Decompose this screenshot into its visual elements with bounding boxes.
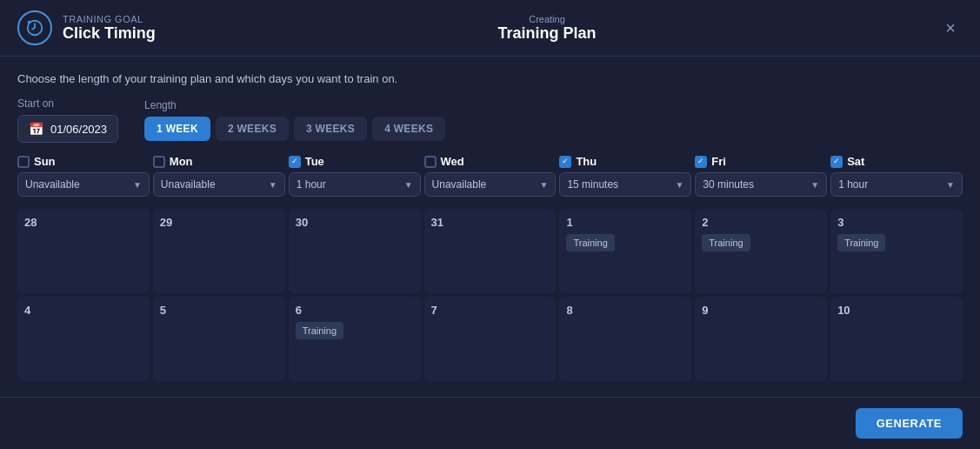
cal-date-9: 9: [702, 304, 820, 317]
header-goal-info: Training Goal Click Timing: [63, 14, 156, 43]
wed-chevron-icon: ▼: [540, 180, 549, 190]
cal-31: 31: [424, 209, 557, 293]
tue-dropdown[interactable]: 1 hour ▼: [289, 172, 421, 197]
day-wed: Wed Unavailable ▼: [424, 155, 557, 197]
fri-checkbox[interactable]: [695, 156, 707, 168]
close-button[interactable]: ×: [938, 15, 963, 42]
week-1-button[interactable]: 1 WEEK: [144, 117, 210, 141]
sat-label: Sat: [847, 155, 864, 168]
cal-30: 30: [289, 209, 421, 293]
cal-3: 3 Training: [830, 209, 963, 293]
training-badge-3: Training: [837, 234, 885, 251]
thu-checkbox[interactable]: [559, 156, 571, 168]
tue-dropdown-value: 1 hour: [297, 178, 326, 191]
plan-title: Training Plan: [497, 24, 596, 43]
day-sat: Sat 1 hour ▼: [830, 155, 963, 197]
start-on-label: Start on: [17, 97, 118, 110]
cal-date-5: 5: [160, 304, 278, 317]
fri-dropdown-value: 30 minutes: [703, 178, 754, 191]
start-on-section: Start on 📅 01/06/2023: [17, 97, 118, 143]
wed-dropdown-value: Unavailable: [432, 178, 487, 191]
mon-label: Mon: [170, 155, 193, 168]
day-mon: Mon Unavailable ▼: [153, 155, 285, 197]
cal-date-10: 10: [837, 304, 956, 317]
fri-label: Fri: [711, 155, 726, 168]
goal-title: Click Timing: [63, 24, 156, 43]
training-badge-1: Training: [566, 234, 614, 251]
cal-4: 4: [17, 297, 150, 381]
cal-date-4: 4: [24, 304, 143, 317]
date-picker[interactable]: 📅 01/06/2023: [17, 115, 118, 143]
sat-dropdown-value: 1 hour: [838, 178, 868, 191]
sat-chevron-icon: ▼: [946, 180, 955, 190]
cal-date-8: 8: [566, 304, 684, 317]
training-badge-6: Training: [296, 322, 343, 339]
sun-checkbox[interactable]: [17, 156, 30, 168]
cal-2: 2 Training: [695, 209, 827, 293]
sun-label: Sun: [34, 155, 56, 168]
day-sun: Sun Unavailable ▼: [17, 155, 150, 197]
week-4-button[interactable]: 4 WEEKS: [372, 117, 445, 141]
cal-8: 8: [559, 297, 691, 381]
calendar-icon: 📅: [29, 122, 43, 136]
cal-10: 10: [830, 297, 963, 381]
cal-date-7: 7: [431, 304, 550, 317]
sun-chevron-icon: ▼: [133, 180, 142, 190]
calendar-grid: 28 29 30 31 1 Training 2 Training 3 Trai…: [17, 209, 963, 381]
tue-label: Tue: [305, 155, 324, 168]
cal-date-6: 6: [296, 304, 414, 317]
cal-date-29: 29: [160, 216, 278, 229]
day-tue: Tue 1 hour ▼: [289, 155, 421, 197]
header: Training Goal Click Timing Creating Trai…: [0, 0, 980, 57]
svg-point-1: [28, 21, 31, 24]
generate-button[interactable]: GENERATE: [856, 408, 963, 439]
cal-7: 7: [424, 297, 557, 381]
config-row: Start on 📅 01/06/2023 Length 1 WEEK 2 WE…: [17, 97, 963, 143]
cal-date-30: 30: [296, 216, 414, 229]
cal-date-1: 1: [566, 216, 684, 229]
cal-6: 6 Training: [289, 297, 421, 381]
wed-dropdown[interactable]: Unavailable ▼: [424, 172, 557, 197]
tue-checkbox[interactable]: [289, 156, 301, 168]
cal-9: 9: [695, 297, 827, 381]
length-label: Length: [144, 99, 445, 111]
cal-date-28: 28: [24, 216, 143, 229]
mon-checkbox[interactable]: [153, 156, 165, 168]
week-3-button[interactable]: 3 WEEKS: [294, 117, 367, 141]
header-center: Creating Training Plan: [497, 14, 596, 43]
thu-dropdown[interactable]: 15 minutes ▼: [559, 172, 691, 197]
footer: GENERATE: [0, 397, 980, 449]
wed-checkbox[interactable]: [424, 156, 437, 168]
mon-chevron-icon: ▼: [269, 180, 277, 190]
cal-1: 1 Training: [559, 209, 691, 293]
sat-checkbox[interactable]: [830, 156, 843, 168]
training-badge-2: Training: [702, 234, 750, 251]
tue-chevron-icon: ▼: [404, 180, 413, 190]
fri-chevron-icon: ▼: [810, 180, 819, 190]
cal-29: 29: [153, 209, 285, 293]
mon-dropdown[interactable]: Unavailable ▼: [153, 172, 285, 197]
days-grid: Sun Unavailable ▼ Mon Unavailable ▼ Tue: [17, 155, 963, 197]
wed-label: Wed: [441, 155, 464, 168]
training-goal-icon: [17, 10, 52, 45]
week-2-button[interactable]: 2 WEEKS: [216, 117, 289, 141]
sun-dropdown[interactable]: Unavailable ▼: [17, 172, 150, 197]
cal-28: 28: [17, 209, 150, 293]
cal-date-2: 2: [702, 216, 820, 229]
cal-5: 5: [153, 297, 285, 381]
mon-dropdown-value: Unavailable: [161, 178, 216, 191]
thu-dropdown-value: 15 minutes: [567, 178, 618, 191]
instruction-text: Choose the length of your training plan …: [17, 72, 963, 85]
header-left: Training Goal Click Timing: [17, 10, 156, 45]
day-thu: Thu 15 minutes ▼: [559, 155, 691, 197]
day-fri: Fri 30 minutes ▼: [695, 155, 827, 197]
sat-dropdown[interactable]: 1 hour ▼: [830, 172, 963, 197]
creating-label: Creating: [497, 14, 596, 24]
sun-dropdown-value: Unavailable: [25, 178, 80, 191]
thu-chevron-icon: ▼: [675, 180, 683, 190]
date-value: 01/06/2023: [50, 123, 107, 136]
weeks-row: 1 WEEK 2 WEEKS 3 WEEKS 4 WEEKS: [144, 117, 445, 141]
goal-label: Training Goal: [63, 14, 156, 24]
length-section: Length 1 WEEK 2 WEEKS 3 WEEKS 4 WEEKS: [144, 99, 445, 141]
fri-dropdown[interactable]: 30 minutes ▼: [695, 172, 827, 197]
